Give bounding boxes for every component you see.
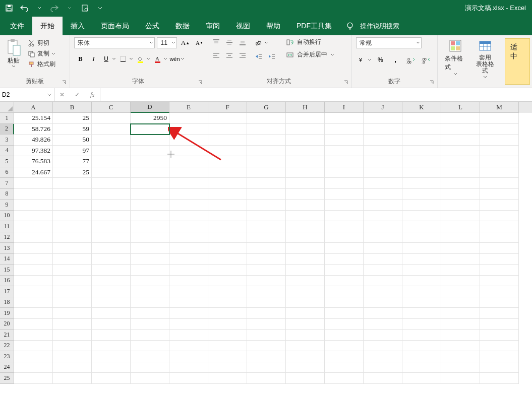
- row-header-22[interactable]: 22: [0, 341, 14, 352]
- cell-L1[interactable]: [441, 113, 480, 124]
- cell-L19[interactable]: [441, 308, 480, 319]
- cell-L8[interactable]: [441, 189, 480, 200]
- cell-B4[interactable]: 97: [53, 146, 92, 157]
- cell-B25[interactable]: [53, 373, 92, 384]
- cell-I19[interactable]: [325, 308, 364, 319]
- font-color-button[interactable]: A: [152, 53, 168, 64]
- cell-F4[interactable]: [208, 146, 247, 157]
- formula-input[interactable]: [103, 91, 529, 98]
- cell-A15[interactable]: [14, 265, 53, 276]
- column-header-I[interactable]: I: [325, 102, 364, 113]
- cell-E7[interactable]: [169, 178, 208, 189]
- cell-E6[interactable]: [169, 167, 208, 178]
- cell-H25[interactable]: [286, 373, 325, 384]
- cell-J13[interactable]: [364, 243, 402, 254]
- column-header-H[interactable]: H: [286, 102, 325, 113]
- cell-H24[interactable]: [286, 362, 325, 373]
- cell-J10[interactable]: [364, 211, 402, 222]
- cell-D16[interactable]: [131, 276, 169, 287]
- number-launcher[interactable]: [428, 79, 435, 86]
- cell-E3[interactable]: [169, 135, 208, 146]
- cell-C14[interactable]: [92, 254, 131, 265]
- cell-D24[interactable]: [131, 362, 169, 373]
- cell-L23[interactable]: [441, 351, 480, 362]
- cell-L4[interactable]: [441, 146, 480, 157]
- cell-D14[interactable]: [131, 254, 169, 265]
- cell-C3[interactable]: [92, 135, 131, 146]
- cell-C2[interactable]: [92, 124, 131, 135]
- cell-J12[interactable]: [364, 232, 402, 243]
- cell-I25[interactable]: [325, 373, 364, 384]
- cell-E1[interactable]: [169, 113, 208, 124]
- cell-G4[interactable]: [247, 146, 286, 157]
- cell-H6[interactable]: [286, 167, 325, 178]
- cell-A21[interactable]: [14, 330, 53, 341]
- row-header-15[interactable]: 15: [0, 265, 14, 276]
- cell-D23[interactable]: [131, 351, 169, 362]
- cell-A8[interactable]: [14, 189, 53, 200]
- cell-A2[interactable]: 58.726: [14, 124, 53, 135]
- cell-B9[interactable]: [53, 200, 92, 211]
- cell-I5[interactable]: [325, 156, 364, 167]
- undo-dropdown[interactable]: [32, 2, 46, 15]
- row-header-23[interactable]: 23: [0, 351, 14, 362]
- cell-L7[interactable]: [441, 178, 480, 189]
- cell-M21[interactable]: [480, 330, 519, 341]
- increase-decimal-button[interactable]: .0.00: [403, 54, 418, 66]
- cell-E20[interactable]: [169, 319, 208, 330]
- cell-D13[interactable]: [131, 243, 169, 254]
- cell-D15[interactable]: [131, 265, 169, 276]
- cell-I13[interactable]: [325, 243, 364, 254]
- cell-M8[interactable]: [480, 189, 519, 200]
- align-center-button[interactable]: [223, 50, 235, 60]
- cell-B22[interactable]: [53, 341, 92, 352]
- cell-M5[interactable]: [480, 156, 519, 167]
- cell-L18[interactable]: [441, 297, 480, 308]
- cell-B18[interactable]: [53, 297, 92, 308]
- tell-me-search[interactable]: 操作说明搜索: [360, 22, 399, 31]
- cell-E22[interactable]: [169, 341, 208, 352]
- cell-G11[interactable]: [247, 221, 286, 232]
- cell-L15[interactable]: [441, 265, 480, 276]
- cell-A1[interactable]: 25.154: [14, 113, 53, 124]
- cell-E17[interactable]: [169, 286, 208, 297]
- cell-C24[interactable]: [92, 362, 131, 373]
- cell-G5[interactable]: [247, 156, 286, 167]
- cell-H9[interactable]: [286, 200, 325, 211]
- cell-L25[interactable]: [441, 373, 480, 384]
- cell-B20[interactable]: [53, 319, 92, 330]
- column-header-D[interactable]: D: [131, 102, 169, 113]
- row-header-18[interactable]: 18: [0, 297, 14, 308]
- cell-M25[interactable]: [480, 373, 519, 384]
- cell-M7[interactable]: [480, 178, 519, 189]
- comma-button[interactable]: ,: [388, 54, 402, 66]
- row-header-9[interactable]: 9: [0, 200, 14, 211]
- align-right-button[interactable]: [237, 50, 249, 60]
- cell-K4[interactable]: [402, 146, 441, 157]
- cell-B10[interactable]: [53, 211, 92, 222]
- cell-I17[interactable]: [325, 286, 364, 297]
- cell-M3[interactable]: [480, 135, 519, 146]
- cell-A22[interactable]: [14, 341, 53, 352]
- row-header-4[interactable]: 4: [0, 146, 14, 157]
- cell-M12[interactable]: [480, 232, 519, 243]
- cell-J9[interactable]: [364, 200, 402, 211]
- cell-K12[interactable]: [402, 232, 441, 243]
- cell-I16[interactable]: [325, 276, 364, 287]
- cell-M16[interactable]: [480, 276, 519, 287]
- cell-B5[interactable]: 77: [53, 156, 92, 167]
- cell-F7[interactable]: [208, 178, 247, 189]
- tab-file[interactable]: 文件: [2, 17, 32, 35]
- cell-E24[interactable]: [169, 362, 208, 373]
- cell-C16[interactable]: [92, 276, 131, 287]
- cell-I7[interactable]: [325, 178, 364, 189]
- row-header-1[interactable]: 1: [0, 113, 14, 124]
- column-header-B[interactable]: B: [53, 102, 92, 113]
- cell-A14[interactable]: [14, 254, 53, 265]
- cell-C8[interactable]: [92, 189, 131, 200]
- tab-home[interactable]: 开始: [32, 17, 63, 35]
- cell-H11[interactable]: [286, 221, 325, 232]
- cell-B6[interactable]: 25: [53, 167, 92, 178]
- cell-K24[interactable]: [402, 362, 441, 373]
- cell-F19[interactable]: [208, 308, 247, 319]
